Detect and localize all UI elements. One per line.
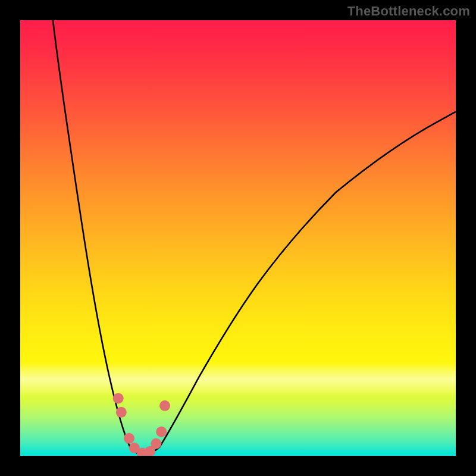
chart-frame: TheBottleneck.com: [0, 0, 476, 476]
dot: [151, 439, 161, 449]
right-arm-path: [159, 112, 456, 447]
dot: [159, 400, 170, 411]
curve-svg: [20, 20, 456, 456]
dot: [124, 433, 134, 444]
dot: [113, 393, 124, 403]
left-arm-path: [53, 20, 130, 447]
watermark-text: TheBottleneck.com: [347, 4, 470, 19]
dot: [116, 407, 127, 418]
dot: [156, 427, 167, 437]
plot-area: [20, 20, 456, 456]
